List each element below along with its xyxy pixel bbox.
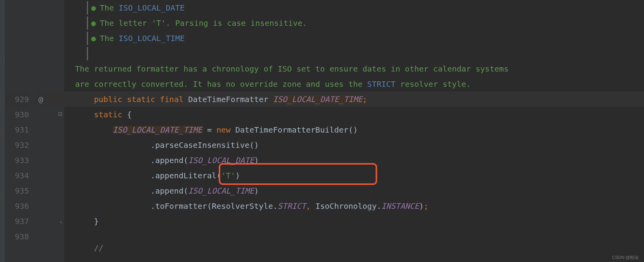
method-name: toFormatter — [155, 202, 207, 210]
gutter-line[interactable]: 930 — [5, 107, 29, 122]
fold-end-icon[interactable]: ⌞ — [36, 214, 64, 229]
code-line[interactable]: .append(ISO_LOCAL_TIME) — [64, 183, 644, 198]
annot-row — [36, 0, 64, 15]
gutter-line — [5, 244, 29, 259]
doc-paragraph-line: are correctly converted. It has no overr… — [64, 76, 644, 92]
method-name: append — [155, 156, 183, 164]
doc-paragraph-line: The returned formatter has a chronology … — [64, 61, 644, 76]
bullet-icon: ● — [91, 3, 96, 13]
code-line[interactable] — [64, 229, 644, 244]
annot-row — [36, 122, 64, 137]
doc-bullet-line: ●The letter 'T'. Parsing is case insensi… — [64, 15, 644, 31]
annot-row — [36, 76, 64, 92]
bullet-icon: ● — [91, 18, 96, 28]
annotation-column: @ ⊟ ⌞ — [36, 0, 64, 262]
gutter-line[interactable]: 929 — [5, 92, 29, 107]
field-name: ISO_LOCAL_DATE — [188, 156, 254, 164]
gutter-line[interactable]: 934 — [5, 168, 29, 183]
keyword: public — [94, 95, 122, 103]
comment: // — [94, 244, 103, 252]
gutter-line[interactable]: 937 — [5, 214, 29, 229]
gutter-line[interactable]: 936 — [5, 198, 29, 214]
doc-link[interactable]: ISO_LOCAL_DATE — [119, 3, 185, 13]
annotation-at-icon[interactable]: @ — [36, 92, 64, 107]
brace: } — [94, 217, 99, 225]
doc-text: are correctly converted. It has no overr… — [75, 79, 367, 89]
keyword: static — [94, 111, 122, 118]
gutter-line — [5, 76, 29, 92]
doc-blank-line — [64, 46, 644, 61]
annot-row — [36, 229, 64, 244]
gutter-line[interactable]: 935 — [5, 183, 29, 198]
left-tool-strip[interactable]: .. . . — [0, 0, 5, 262]
keyword: static — [127, 95, 155, 103]
gutter-line — [5, 31, 29, 46]
annot-row — [36, 198, 64, 214]
annot-row — [36, 46, 64, 61]
toolstrip-glyph: .. — [0, 59, 5, 63]
code-line[interactable]: .appendLiteral('T') — [64, 168, 644, 183]
doc-text: The letter 'T'. Parsing is case insensit… — [100, 18, 307, 28]
brace: { — [127, 111, 131, 118]
field-name: INSTANCE — [381, 202, 419, 210]
doc-link[interactable]: STRICT — [367, 79, 396, 89]
gutter: 929 930 931 932 933 934 935 936 937 938 — [5, 0, 36, 262]
code-line[interactable]: .append(ISO_LOCAL_DATE) — [64, 153, 644, 168]
class-name: ResolverStyle — [212, 202, 273, 210]
code-line[interactable]: static { — [64, 107, 644, 122]
gutter-line — [5, 15, 29, 31]
field-name: ISO_LOCAL_DATE_TIME — [273, 95, 363, 103]
code-area[interactable]: ●The ISO_LOCAL_DATE ●The letter 'T'. Par… — [64, 0, 644, 262]
char-literal: 'T' — [221, 172, 235, 179]
watermark-text: CSDN @柏油 — [612, 255, 639, 260]
code-line[interactable]: .parseCaseInsensitive() — [64, 137, 644, 153]
annot-row — [36, 137, 64, 153]
code-line[interactable]: .toFormatter(ResolverStyle.STRICT, IsoCh… — [64, 198, 644, 214]
annot-row — [36, 244, 64, 259]
annot-row — [36, 153, 64, 168]
doc-text: The — [100, 34, 119, 43]
code-line[interactable]: // — [64, 244, 644, 252]
annot-row — [36, 31, 64, 46]
keyword: final — [160, 95, 183, 103]
toolstrip-glyph: . — [1, 126, 4, 131]
field-name: ISO_LOCAL_TIME — [188, 187, 254, 195]
gutter-line[interactable]: 938 — [5, 229, 29, 244]
gutter-line[interactable]: 932 — [5, 137, 29, 153]
doc-text: resolver style. — [396, 79, 471, 89]
doc-text: The returned formatter has a chronology … — [75, 64, 509, 74]
gutter-line[interactable]: 933 — [5, 153, 29, 168]
type-name: DateTimeFormatter — [188, 95, 268, 103]
method-name: appendLiteral — [155, 172, 217, 179]
annot-row — [36, 183, 64, 198]
gutter-line — [5, 61, 29, 76]
doc-link[interactable]: ISO_LOCAL_TIME — [119, 34, 185, 43]
doc-bullet-line: ●The ISO_LOCAL_TIME — [64, 31, 644, 46]
code-line[interactable]: public static final DateTimeFormatter IS… — [64, 92, 644, 107]
keyword: new — [216, 126, 230, 134]
gutter-line — [5, 46, 29, 61]
field-name: STRICT — [278, 202, 306, 210]
field-name: ISO_LOCAL_DATE_TIME — [113, 126, 202, 134]
gutter-line[interactable]: 931 — [5, 122, 29, 137]
code-line[interactable]: ISO_LOCAL_DATE_TIME = new DateTimeFormat… — [64, 122, 644, 137]
annot-row — [36, 15, 64, 31]
editor-root: .. . . 929 930 931 932 933 934 935 936 9… — [0, 0, 644, 262]
gutter-line — [5, 0, 29, 15]
semicolon: ; — [363, 95, 367, 103]
toolstrip-glyph: . — [1, 193, 4, 198]
fold-start-icon[interactable]: ⊟ — [36, 107, 64, 122]
bullet-icon: ● — [91, 34, 96, 43]
code-line[interactable]: } — [64, 214, 644, 229]
annot-row — [36, 61, 64, 76]
doc-bullet-line: ●The ISO_LOCAL_DATE — [64, 0, 644, 15]
constructor-name: DateTimeFormatterBuilder — [235, 126, 348, 134]
method-name: append — [155, 187, 183, 195]
doc-text: The — [100, 3, 119, 13]
annot-row — [36, 168, 64, 183]
method-name: parseCaseInsensitive — [155, 141, 250, 149]
class-name: IsoChronology — [315, 202, 377, 210]
